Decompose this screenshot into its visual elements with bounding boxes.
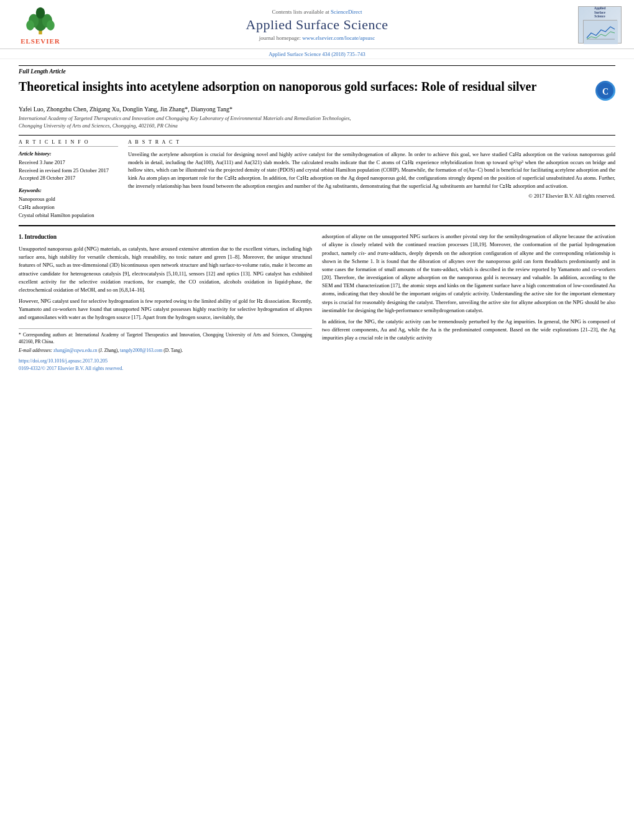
sciencedirect-line: Contents lists available at ScienceDirec…	[68, 9, 566, 15]
elsevier-logo: ELSEVIER	[12, 5, 68, 45]
abstract-text: Unveiling the acetylene adsorption is cr…	[128, 150, 615, 190]
journal-name: Applied Surface Science	[68, 17, 566, 33]
body-right-col: adsorption of alkyne on the unsupported …	[322, 233, 615, 372]
journal-homepage-line: journal homepage: www.elsevier.com/locat…	[68, 35, 566, 41]
footnote-doi: https://doi.org/10.1016/j.apsusc.2017.10…	[19, 358, 312, 372]
article-content: Full Length Article Theoretical insights…	[0, 59, 634, 379]
intro-para-1: Unsupported nanoporous gold (NPG) materi…	[19, 245, 312, 294]
page: ELSEVIER Contents lists available at Sci…	[0, 0, 634, 840]
crossmark-icon: C	[595, 81, 615, 101]
svg-point-4	[26, 21, 34, 30]
footnote-area: * Corresponding authors at: Internationa…	[19, 328, 312, 373]
footnote-corresponding: * Corresponding authors at: Internationa…	[19, 331, 312, 346]
article-info-abstract: A R T I C L E I N F O Article history: R…	[19, 139, 615, 219]
copyright-line: © 2017 Elsevier B.V. All rights reserved…	[128, 193, 615, 199]
abstract-header: A B S T R A C T	[128, 139, 615, 147]
article-title: Theoretical insights into acetylene adso…	[19, 78, 589, 95]
received-date: Received 3 June 2017	[19, 159, 118, 167]
intro-para-3: adsorption of alkyne on the unsupported …	[322, 233, 615, 315]
affiliation: International Academy of Targeted Therap…	[19, 115, 615, 130]
article-info-column: A R T I C L E I N F O Article history: R…	[19, 139, 118, 219]
article-history-label: Article history:	[19, 150, 118, 157]
doi-line: Applied Surface Science 434 (2018) 735–7…	[0, 49, 634, 59]
keywords-block: Keywords: Nanoporous gold C₂H₂ adsorptio…	[19, 187, 118, 219]
thumb-journal-name: AppliedSurfaceScience	[594, 6, 606, 19]
article-type: Full Length Article	[19, 65, 615, 75]
keyword-2: C₂H₂ adsorption	[19, 203, 118, 211]
elsevier-label: ELSEVIER	[21, 37, 60, 45]
body-left-col: 1. Introduction Unsupported nanoporous g…	[19, 233, 312, 372]
journal-header: ELSEVIER Contents lists available at Sci…	[0, 0, 634, 49]
keyword-1: Nanoporous gold	[19, 195, 118, 203]
accepted-date: Accepted 28 October 2017	[19, 174, 118, 182]
keyword-3: Crystal orbital Hamilton population	[19, 211, 118, 219]
body-two-col: 1. Introduction Unsupported nanoporous g…	[19, 233, 615, 372]
footnote-emails: E-mail addresses: zhangjin@cqwu.edu.cn (…	[19, 347, 312, 354]
journal-thumbnail-area: AppliedSurfaceScience	[566, 6, 622, 44]
article-title-row: Theoretical insights into acetylene adso…	[19, 78, 615, 101]
journal-url[interactable]: www.elsevier.com/locate/apsusc	[302, 35, 375, 41]
thumb-image	[583, 20, 617, 44]
abstract-column: A B S T R A C T Unveiling the acetylene …	[128, 139, 615, 219]
sciencedirect-link[interactable]: ScienceDirect	[331, 9, 362, 15]
elsevier-logo-area: ELSEVIER	[12, 5, 68, 45]
section-1-title: 1. Introduction	[19, 233, 312, 242]
body-divider	[19, 225, 615, 226]
email2-link[interactable]: tangdy2008@163.com	[120, 348, 162, 353]
authors-line: Yafei Luo, Zhongzhu Chen, Zhigang Xu, Do…	[19, 106, 615, 113]
email1-link[interactable]: zhangjin@cqwu.edu.cn	[53, 348, 98, 353]
journal-title-area: Contents lists available at ScienceDirec…	[68, 9, 566, 41]
divider1	[19, 135, 615, 136]
journal-thumbnail: AppliedSurfaceScience	[578, 6, 622, 44]
crossmark-area: C	[595, 81, 615, 101]
svg-point-6	[36, 7, 45, 19]
intro-para-2: However, NPG catalyst used for selective…	[19, 297, 312, 322]
intro-para-4: In addition, for the NPG, the catalytic …	[322, 318, 615, 343]
svg-text:C: C	[602, 87, 609, 96]
elsevier-tree-icon	[22, 5, 59, 36]
keywords-label: Keywords:	[19, 187, 118, 193]
revised-date: Received in revised form 25 October 2017	[19, 167, 118, 175]
article-info-header: A R T I C L E I N F O	[19, 139, 118, 147]
svg-point-5	[47, 21, 55, 30]
